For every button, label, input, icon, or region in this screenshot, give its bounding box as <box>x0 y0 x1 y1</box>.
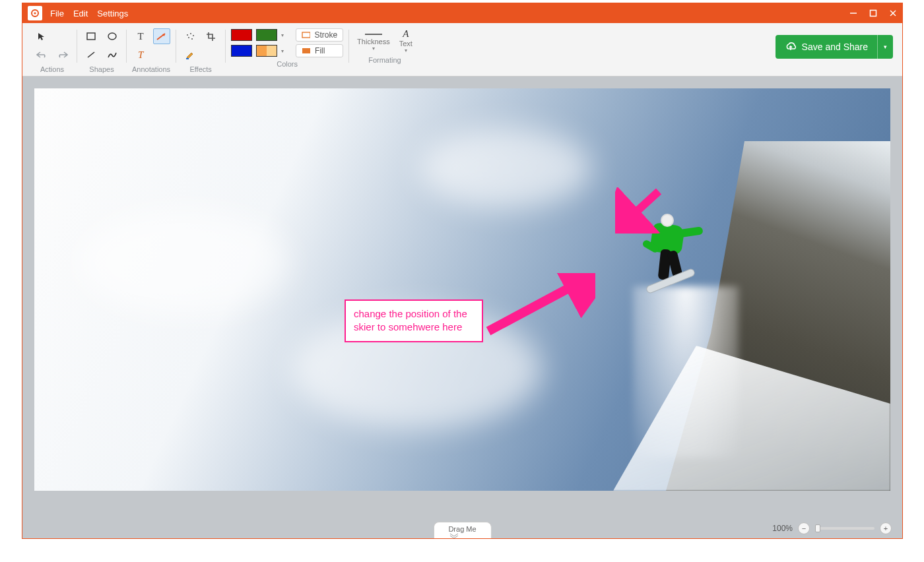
save-and-share-button[interactable]: Save and Share ▾ <box>776 35 893 59</box>
annotation-text-box[interactable]: change the position of the skier to some… <box>345 299 483 342</box>
maximize-icon[interactable] <box>869 9 877 17</box>
ellipse-tool[interactable] <box>104 28 121 44</box>
title-bar: File Edit Settings <box>22 3 902 23</box>
fill-label: Fill <box>315 46 325 55</box>
drag-label: Drag Me <box>448 525 476 533</box>
menu-file[interactable]: File <box>50 9 64 18</box>
line-tool[interactable] <box>82 47 100 63</box>
svg-line-8 <box>88 52 94 57</box>
undo-button[interactable] <box>33 47 50 63</box>
text-highlight-tool[interactable]: T <box>132 47 149 63</box>
rectangle-tool[interactable] <box>82 28 100 44</box>
status-bar: 100% − + <box>772 522 892 534</box>
group-effects-label: Effects <box>189 65 211 73</box>
blur-tool[interactable] <box>182 28 199 44</box>
text-format-dropdown[interactable]: A Text ▾ <box>397 28 415 53</box>
zoom-slider[interactable] <box>815 527 874 530</box>
text-icon: A <box>403 28 409 40</box>
chevron-down-icon: ▾ <box>372 46 375 51</box>
svg-point-14 <box>191 38 193 40</box>
chevron-down-icon: ▾ <box>405 47 407 53</box>
freehand-tool[interactable] <box>104 47 121 63</box>
group-colors-label: Colors <box>277 60 298 68</box>
arrow-tool[interactable] <box>153 28 170 44</box>
ribbon: Actions Shapes T <box>22 23 902 77</box>
minimize-icon[interactable] <box>849 9 857 17</box>
thickness-dropdown[interactable]: Thickness ▾ <box>354 31 393 51</box>
svg-point-11 <box>190 33 191 34</box>
workspace: change the position of the skier to some… <box>22 77 902 538</box>
menu-edit[interactable]: Edit <box>73 9 88 18</box>
thickness-icon <box>364 31 383 38</box>
zoom-in-button[interactable]: + <box>880 522 892 534</box>
drag-handle[interactable]: Drag Me <box>433 522 491 538</box>
chevron-down-double-icon <box>448 533 459 538</box>
group-shapes: Shapes <box>77 26 126 76</box>
group-annotations-label: Annotations <box>132 65 170 73</box>
text-format-label: Text <box>399 40 412 47</box>
text-tool[interactable]: T <box>132 28 149 44</box>
zoom-out-button[interactable]: − <box>798 522 810 534</box>
zoom-slider-thumb[interactable] <box>815 524 820 532</box>
group-annotations: T T Annotations <box>127 26 176 76</box>
crop-tool[interactable] <box>203 28 220 44</box>
redo-button[interactable] <box>54 47 71 63</box>
stroke-label: Stroke <box>314 30 337 40</box>
color-swatch-blue[interactable] <box>231 45 252 57</box>
menu-settings[interactable]: Settings <box>97 9 128 18</box>
group-shapes-label: Shapes <box>89 65 114 73</box>
save-button-label: Save and Share <box>802 42 868 52</box>
stroke-color-dropdown-icon[interactable]: ▾ <box>281 32 284 38</box>
group-effects: Effects <box>176 26 225 76</box>
svg-rect-3 <box>871 11 876 16</box>
svg-line-19 <box>627 191 659 220</box>
app-logo-icon <box>28 6 42 20</box>
group-actions: Actions <box>28 26 77 76</box>
stroke-button[interactable]: Stroke <box>296 28 343 42</box>
zoom-level: 100% <box>772 524 793 533</box>
svg-line-20 <box>488 281 582 331</box>
close-icon[interactable] <box>889 9 897 17</box>
cloud <box>77 209 288 315</box>
app-window: File Edit Settings Actions <box>22 3 903 539</box>
cloud-upload-icon <box>785 42 797 52</box>
thickness-label: Thickness <box>357 38 390 46</box>
svg-point-13 <box>188 37 189 38</box>
color-swatch-red[interactable] <box>231 29 252 41</box>
pointer-tool[interactable] <box>33 28 50 44</box>
color-swatch-green[interactable] <box>256 29 277 41</box>
menu-bar: File Edit Settings <box>50 9 128 18</box>
group-formating: Thickness ▾ A Text ▾ Formating <box>349 26 420 76</box>
stroke-icon <box>302 32 310 38</box>
group-actions-label: Actions <box>40 65 64 73</box>
color-swatch-orange[interactable] <box>256 45 277 57</box>
group-formating-label: Formating <box>368 56 401 64</box>
window-controls <box>849 9 897 17</box>
fill-color-dropdown-icon[interactable]: ▾ <box>281 48 284 54</box>
fill-icon <box>302 47 311 54</box>
save-dropdown-icon[interactable]: ▾ <box>877 35 893 59</box>
svg-point-12 <box>193 35 194 36</box>
highlighter-tool[interactable] <box>182 47 199 63</box>
svg-point-1 <box>34 12 36 14</box>
svg-rect-17 <box>302 48 310 53</box>
svg-rect-16 <box>302 32 310 38</box>
canvas[interactable]: change the position of the skier to some… <box>34 88 890 491</box>
annotation-text: change the position of the skier to some… <box>354 308 467 332</box>
svg-point-10 <box>187 34 188 36</box>
annotation-arrow-large[interactable] <box>483 273 595 339</box>
fill-button[interactable]: Fill <box>296 44 343 57</box>
svg-rect-6 <box>87 33 95 40</box>
cloud <box>420 129 591 208</box>
annotation-arrow-small[interactable] <box>615 187 668 234</box>
svg-point-7 <box>108 33 116 40</box>
group-colors: ▾ Stroke ▾ Fill <box>226 26 348 76</box>
